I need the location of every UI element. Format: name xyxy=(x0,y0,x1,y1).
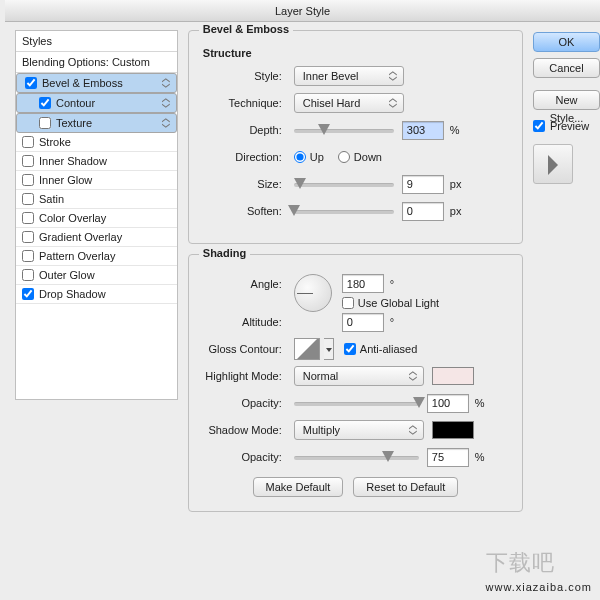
shadow-opacity-unit: % xyxy=(475,451,485,463)
cancel-button[interactable]: Cancel xyxy=(533,58,600,78)
depth-input[interactable] xyxy=(402,121,444,140)
effect-checkbox[interactable] xyxy=(39,97,51,109)
effect-label: Outer Glow xyxy=(39,269,95,281)
altitude-deg: ° xyxy=(390,316,394,328)
angle-input[interactable] xyxy=(342,274,384,293)
effect-label: Stroke xyxy=(39,136,71,148)
style-select[interactable]: Inner Bevel xyxy=(294,66,404,86)
effect-satin[interactable]: Satin xyxy=(16,190,177,209)
make-default-button[interactable]: Make Default xyxy=(253,477,344,497)
bevel-emboss-group: Bevel & Emboss Structure Style: Inner Be… xyxy=(188,30,523,244)
effect-label: Contour xyxy=(56,94,95,112)
direction-label: Direction: xyxy=(199,151,294,163)
highlight-mode-label: Highlight Mode: xyxy=(199,370,294,382)
window-title: Layer Style xyxy=(275,5,330,17)
styles-list: Styles Blending Options: Custom Bevel & … xyxy=(15,30,178,400)
shadow-color-swatch[interactable] xyxy=(432,421,474,439)
effect-label: Drop Shadow xyxy=(39,288,106,300)
window-titlebar: Layer Style xyxy=(5,0,600,22)
altitude-row: Altitude: ° xyxy=(199,311,512,333)
soften-input[interactable] xyxy=(402,202,444,221)
preview-check[interactable]: Preview xyxy=(533,120,600,132)
effect-outer-glow[interactable]: Outer Glow xyxy=(16,266,177,285)
effect-checkbox[interactable] xyxy=(22,288,34,300)
effect-inner-shadow[interactable]: Inner Shadow xyxy=(16,152,177,171)
use-global-checkbox[interactable] xyxy=(342,297,354,309)
dialog-content: Styles Blending Options: Custom Bevel & … xyxy=(5,22,600,530)
angle-label: Angle: xyxy=(199,274,294,290)
highlight-opacity-label: Opacity: xyxy=(199,397,294,409)
effect-inner-glow[interactable]: Inner Glow xyxy=(16,171,177,190)
highlight-color-swatch[interactable] xyxy=(432,367,474,385)
technique-row: Technique: Chisel Hard xyxy=(199,92,512,114)
direction-down[interactable]: Down xyxy=(338,151,382,163)
shading-group: Shading Angle: ° Use Global Light xyxy=(188,254,523,512)
ok-button[interactable]: OK xyxy=(533,32,600,52)
effect-checkbox[interactable] xyxy=(22,174,34,186)
effect-checkbox[interactable] xyxy=(25,77,37,89)
direction-up-radio[interactable] xyxy=(294,151,306,163)
effect-bevel-emboss[interactable]: Bevel & Emboss xyxy=(16,73,177,93)
soften-row: Soften: px xyxy=(199,200,512,222)
soften-label: Soften: xyxy=(199,205,294,217)
effect-checkbox[interactable] xyxy=(39,117,51,129)
shadow-mode-select[interactable]: Multiply xyxy=(294,420,424,440)
layer-style-window: Layer Style Styles Blending Options: Cus… xyxy=(5,0,600,600)
soften-unit: px xyxy=(450,205,462,217)
depth-slider[interactable] xyxy=(294,123,394,137)
size-input[interactable] xyxy=(402,175,444,194)
altitude-input[interactable] xyxy=(342,313,384,332)
size-slider[interactable] xyxy=(294,177,394,191)
anti-aliased-checkbox[interactable] xyxy=(344,343,356,355)
highlight-opacity-slider[interactable] xyxy=(294,396,419,410)
effect-checkbox[interactable] xyxy=(22,193,34,205)
effect-contour[interactable]: Contour xyxy=(16,93,177,113)
effect-color-overlay[interactable]: Color Overlay xyxy=(16,209,177,228)
effect-label: Satin xyxy=(39,193,64,205)
blending-options[interactable]: Blending Options: Custom xyxy=(16,52,177,73)
effect-checkbox[interactable] xyxy=(22,269,34,281)
effect-drop-shadow[interactable]: Drop Shadow xyxy=(16,285,177,304)
effect-checkbox[interactable] xyxy=(22,136,34,148)
effect-checkbox[interactable] xyxy=(22,250,34,262)
effect-pattern-overlay[interactable]: Pattern Overlay xyxy=(16,247,177,266)
effect-stroke[interactable]: Stroke xyxy=(16,133,177,152)
anti-aliased[interactable]: Anti-aliased xyxy=(344,343,417,355)
highlight-opacity-input[interactable] xyxy=(427,394,469,413)
new-style-button[interactable]: New Style... xyxy=(533,90,600,110)
soften-slider[interactable] xyxy=(294,204,394,218)
gloss-contour-label: Gloss Contour: xyxy=(199,343,294,355)
shadow-mode-label: Shadow Mode: xyxy=(199,424,294,436)
effect-checkbox[interactable] xyxy=(22,212,34,224)
shadow-opacity-input[interactable] xyxy=(427,448,469,467)
preview-swatch[interactable] xyxy=(533,144,573,184)
highlight-mode-select[interactable]: Normal xyxy=(294,366,424,386)
effect-label: Pattern Overlay xyxy=(39,250,115,262)
altitude-label: Altitude: xyxy=(199,316,294,328)
shadow-opacity-row: Opacity: % xyxy=(199,446,512,468)
highlight-mode-row: Highlight Mode: Normal xyxy=(199,365,512,387)
gloss-contour-dropdown[interactable] xyxy=(324,338,334,360)
styles-header[interactable]: Styles xyxy=(16,31,177,52)
technique-select[interactable]: Chisel Hard xyxy=(294,93,404,113)
preview-checkbox[interactable] xyxy=(533,120,545,132)
reset-default-button[interactable]: Reset to Default xyxy=(353,477,458,497)
shading-title: Shading xyxy=(199,247,250,259)
effect-texture[interactable]: Texture xyxy=(16,113,177,133)
gloss-contour-picker[interactable] xyxy=(294,338,320,360)
direction-down-radio[interactable] xyxy=(338,151,350,163)
watermark: 下载吧 www.xiazaiba.com xyxy=(486,548,592,594)
angle-deg: ° xyxy=(390,278,394,290)
effect-label: Color Overlay xyxy=(39,212,106,224)
effect-gradient-overlay[interactable]: Gradient Overlay xyxy=(16,228,177,247)
effect-checkbox[interactable] xyxy=(22,231,34,243)
depth-label: Depth: xyxy=(199,124,294,136)
effect-label: Texture xyxy=(56,114,92,132)
angle-dial[interactable] xyxy=(294,274,332,312)
shadow-opacity-slider[interactable] xyxy=(294,450,419,464)
effect-checkbox[interactable] xyxy=(22,155,34,167)
direction-up[interactable]: Up xyxy=(294,151,324,163)
use-global-light[interactable]: Use Global Light xyxy=(342,297,439,309)
technique-label: Technique: xyxy=(199,97,294,109)
size-unit: px xyxy=(450,178,462,190)
